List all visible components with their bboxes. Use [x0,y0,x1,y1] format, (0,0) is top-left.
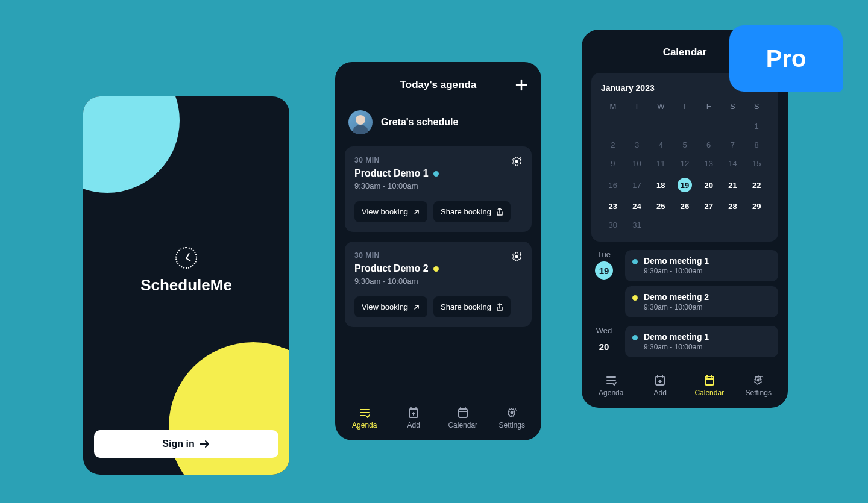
svg-point-1 [521,158,521,159]
calendar-day[interactable]: 1 [744,119,769,133]
calendar-day[interactable]: 2 [601,138,625,152]
calendar-day[interactable]: 3 [625,138,649,152]
calendar-day[interactable]: 17 [625,175,649,195]
agenda-card: 30 MIN Product Demo 2 9:30am - 10:00am V… [345,242,532,327]
calendar-day[interactable]: 30 [601,218,625,232]
view-booking-button[interactable]: View booking [354,201,427,222]
event-row: Wed20Demo meeting 19:30am - 10:00am [591,326,778,357]
nav-settings[interactable]: Settings [488,407,537,430]
calendar-day[interactable]: 27 [697,199,721,213]
nav-settings-label: Settings [746,389,772,397]
card-time: 9:30am - 10:00am [354,181,522,190]
events-list: Tue19Demo meeting 19:30am - 10:00amDemo … [582,242,788,357]
gear-icon[interactable] [511,156,522,167]
share-booking-button[interactable]: Share booking [433,201,511,222]
calendar-day[interactable]: 4 [649,138,673,152]
calendar-day[interactable]: 25 [649,199,673,213]
calendar-day[interactable]: 9 [601,157,625,170]
event-list: Demo meeting 19:30am - 10:00am [625,326,778,357]
event-dow: Wed [596,326,612,335]
svg-point-6 [511,411,514,414]
calendar-day[interactable]: 14 [721,157,745,170]
nav-settings-label: Settings [499,421,525,430]
calendar-day[interactable]: 20 [697,175,721,195]
calendar-widget: January 2023 ‹ › MTWTFSS0000001234567891… [591,73,778,242]
sign-in-button[interactable]: Sign in [94,430,278,458]
settings-icon [752,374,764,386]
calendar-day[interactable]: 7 [721,138,745,152]
calendar-grid: MTWTFSS000000123456789101112131415161718… [601,102,769,232]
add-icon [654,374,666,386]
calendar-day[interactable]: 15 [744,157,769,170]
calendar-day[interactable]: 8 [744,138,769,152]
nav-agenda[interactable]: Agenda [340,407,389,430]
share-booking-label: Share booking [441,207,491,216]
agenda-icon [605,374,617,386]
gear-icon[interactable] [511,251,522,262]
calendar-day[interactable]: 31 [625,218,649,232]
calendar-day[interactable]: 29 [744,199,769,213]
nav-agenda-label: Agenda [352,421,377,430]
calendar-day[interactable]: 24 [625,199,649,213]
arrow-up-right-icon [413,208,420,216]
calendar-day[interactable]: 18 [649,175,673,195]
event-date: Wed20 [591,326,617,357]
share-booking-button[interactable]: Share booking [433,296,511,317]
calendar-day[interactable]: 11 [649,157,673,170]
calendar-day[interactable]: 16 [601,175,625,195]
splash-screen: ScheduleMe Sign in [83,96,289,475]
calendar-day[interactable]: 23 [601,199,625,213]
nav-add[interactable]: Add [389,407,439,430]
share-icon [496,208,503,216]
event-card[interactable]: Demo meeting 19:30am - 10:00am [625,250,778,281]
arrow-up-right-icon [413,304,420,311]
svg-point-7 [515,408,516,410]
nav-calendar[interactable]: Calendar [685,374,734,397]
view-booking-label: View booking [362,302,408,311]
calendar-day[interactable]: 10 [625,157,649,170]
event-card[interactable]: Demo meeting 29:30am - 10:00am [625,286,778,317]
calendar-dow: M [601,102,625,114]
event-date: Tue19 [591,250,617,317]
card-title: Product Demo 2 [354,263,429,274]
nav-calendar[interactable]: Calendar [438,407,488,430]
calendar-day[interactable]: 12 [673,157,697,170]
nav-add[interactable]: Add [636,374,685,397]
arrow-right-icon [200,440,210,448]
agenda-screen: Today's agenda Greta's schedule 30 MIN P… [335,62,541,440]
event-dow: Tue [597,250,611,259]
clock-icon [175,247,197,269]
nav-add-label: Add [407,421,420,430]
calendar-day[interactable]: 19 [673,175,697,195]
calendar-day[interactable]: 21 [721,175,745,195]
event-title: Demo meeting 2 [644,292,771,302]
svg-point-13 [763,377,763,378]
calendar-icon [703,374,715,386]
nav-add-label: Add [654,389,667,397]
calendar-day[interactable]: 26 [673,199,697,213]
nav-agenda-label: Agenda [599,389,623,397]
calendar-dow: F [697,102,721,114]
agenda-card: 30 MIN Product Demo 1 9:30am - 10:00am V… [345,146,532,232]
agenda-title: Today's agenda [400,79,477,91]
nav-agenda[interactable]: Agenda [587,374,636,397]
calendar-day[interactable]: 22 [744,175,769,195]
calendar-icon [457,407,469,419]
status-dot-cyan [632,335,638,340]
calendar-day[interactable]: 28 [721,199,745,213]
event-row: Tue19Demo meeting 19:30am - 10:00amDemo … [591,250,778,317]
event-title: Demo meeting 1 [644,256,771,266]
avatar[interactable] [348,110,373,134]
event-card[interactable]: Demo meeting 19:30am - 10:00am [625,326,778,357]
card-time: 9:30am - 10:00am [354,276,522,286]
view-booking-button[interactable]: View booking [354,296,427,317]
add-button[interactable] [515,78,528,92]
event-time: 9:30am - 10:00am [644,303,771,311]
calendar-day[interactable]: 5 [673,138,697,152]
event-title: Demo meeting 1 [644,332,771,342]
calendar-day[interactable]: 13 [697,157,721,170]
svg-point-12 [761,376,763,377]
calendar-day[interactable]: 6 [697,138,721,152]
nav-settings[interactable]: Settings [734,374,784,397]
decor-circle-cyan [83,96,180,193]
